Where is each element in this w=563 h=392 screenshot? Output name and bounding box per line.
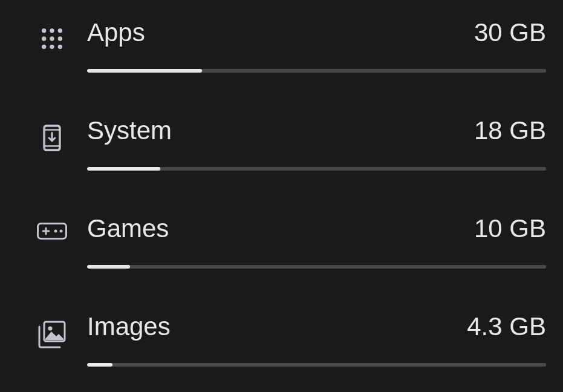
svg-point-0: [42, 28, 46, 33]
progress-fill: [87, 167, 160, 171]
svg-point-7: [50, 45, 54, 49]
category-size: 10 GB: [474, 214, 546, 243]
progress-bar: [87, 167, 546, 171]
svg-point-4: [50, 36, 54, 41]
svg-point-14: [60, 230, 63, 233]
category-size: 30 GB: [474, 18, 546, 47]
progress-bar: [87, 363, 546, 367]
svg-point-2: [58, 28, 62, 33]
gamepad-icon: [17, 214, 87, 240]
category-label: Apps: [87, 18, 145, 47]
storage-item-images[interactable]: Images 4.3 GB: [17, 312, 546, 367]
progress-bar: [87, 69, 546, 73]
progress-fill: [87, 363, 112, 367]
category-size: 18 GB: [474, 116, 546, 145]
category-size: 4.3 GB: [467, 312, 546, 341]
svg-point-5: [58, 36, 62, 41]
storage-item-apps[interactable]: Apps 30 GB: [17, 18, 546, 73]
svg-point-3: [42, 36, 46, 41]
svg-point-6: [42, 45, 46, 49]
svg-point-13: [54, 230, 57, 233]
svg-point-8: [58, 45, 62, 49]
progress-bar: [87, 265, 546, 269]
photo-library-icon: [17, 312, 87, 348]
svg-point-1: [50, 28, 54, 33]
category-label: System: [87, 116, 172, 145]
category-label: Images: [87, 312, 171, 341]
progress-fill: [87, 265, 130, 269]
storage-item-games[interactable]: Games 10 GB: [17, 214, 546, 269]
category-label: Games: [87, 214, 169, 243]
apps-grid-icon: [17, 18, 87, 51]
phone-update-icon: [17, 116, 87, 151]
storage-item-system[interactable]: System 18 GB: [17, 116, 546, 171]
svg-point-16: [48, 327, 53, 331]
progress-fill: [87, 69, 202, 73]
